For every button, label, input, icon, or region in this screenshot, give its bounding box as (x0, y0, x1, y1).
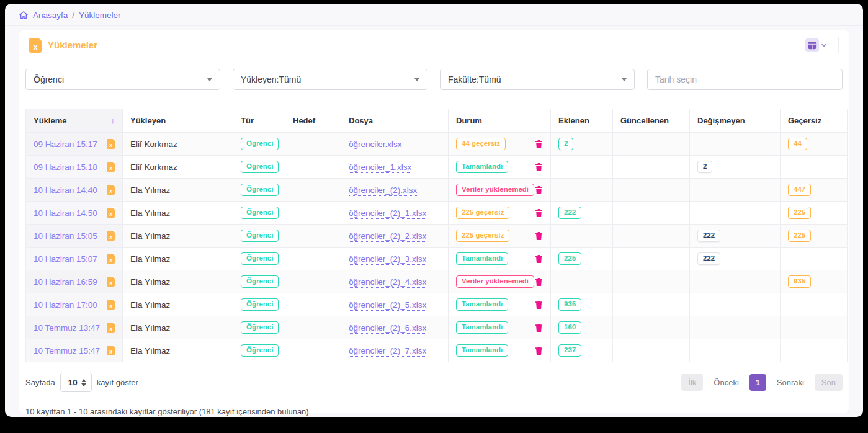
column-header-durum[interactable]: Durum (449, 109, 551, 133)
file-link[interactable]: öğrenciler_(2)_5.xlsx (349, 300, 426, 311)
file-link[interactable]: öğrenciler_(2)_3.xlsx (349, 254, 426, 265)
trash-icon[interactable] (535, 140, 543, 149)
pagination: İlk Önceki 1 Sonraki Son (681, 374, 843, 391)
excel-file-icon: x (107, 185, 115, 195)
uploads-card: x Yüklemeler (19, 30, 849, 413)
uploader-filter-value: Yükleyen:Tümü (241, 74, 301, 84)
excel-file-icon: x (107, 346, 115, 355)
uploader-filter-select[interactable]: Yükleyen:Tümü (233, 69, 427, 90)
type-badge: Öğrenci (241, 252, 279, 265)
table-row: 10 Haziran 15:07 x Ela Yılmaz Öğrenci öğ… (26, 248, 848, 270)
added-badge: 237 (558, 344, 581, 357)
table-body: 09 Haziran 15:17 x Elif Korkmaz Öğrenci … (26, 133, 848, 362)
divider (794, 37, 794, 53)
uploader-name: Ela Yılmaz (123, 270, 233, 293)
home-icon[interactable] (19, 10, 29, 20)
stepper-arrows-icon (81, 379, 86, 386)
records-info: 10 kayıttan 1 - 10 arasındaki kayıtlar g… (19, 392, 849, 416)
chevron-down-icon (821, 42, 827, 48)
file-link[interactable]: öğrenciler_(2)_6.xlsx (349, 323, 426, 334)
trash-icon[interactable] (535, 346, 543, 355)
faculty-filter-value: Fakülte:Tümü (448, 74, 501, 84)
pagination-page-1-button[interactable]: 1 (749, 374, 766, 391)
target-cell (285, 339, 341, 362)
column-header-yukleyen[interactable]: Yükleyen (123, 109, 233, 133)
target-cell (285, 202, 341, 225)
table-row: 09 Haziran 15:18 x Elif Korkmaz Öğrenci … (26, 156, 848, 179)
page-size-stepper[interactable]: 10 (60, 373, 92, 392)
status-badge: Tamamlandı (456, 252, 508, 265)
card-header: x Yüklemeler (19, 30, 849, 60)
type-filter-value: Öğrenci (34, 74, 64, 84)
file-link[interactable]: öğrenciler_(2)_4.xlsx (349, 277, 426, 288)
column-header-gecersiz[interactable]: Geçersiz (781, 109, 848, 133)
faculty-filter-select[interactable]: Fakülte:Tümü (440, 69, 635, 90)
invalid-badge: 935 (788, 275, 811, 288)
file-link[interactable]: öğrenciler_1.xlsx (349, 163, 411, 173)
upload-date: 10 Haziran 17:00 (34, 300, 97, 310)
excel-file-icon: x (107, 231, 115, 241)
target-cell (285, 179, 341, 202)
file-link[interactable]: öğrenciler_(2)_2.xlsx (349, 231, 426, 242)
page-title: Yüklemeler (48, 40, 97, 50)
column-header-guncellenen[interactable]: Güncellenen (613, 109, 690, 133)
column-header-eklenen[interactable]: Eklenen (551, 109, 613, 133)
column-header-tur[interactable]: Tür (233, 109, 285, 133)
uploader-name: Elif Korkmaz (123, 133, 233, 156)
target-cell (285, 293, 341, 316)
breadcrumb-current[interactable]: Yüklemeler (79, 11, 121, 20)
type-badge: Öğrenci (241, 207, 279, 219)
column-header-dosya[interactable]: Dosya (341, 109, 449, 133)
page-size-prefix: Sayfada (25, 378, 55, 387)
invalid-badge: 44 (788, 138, 807, 150)
status-badge: Veriler yüklenemedi (456, 184, 534, 196)
column-visibility-button[interactable] (803, 36, 830, 55)
column-header-hedef[interactable]: Hedef (285, 109, 341, 133)
trash-icon[interactable] (535, 208, 543, 218)
uploader-name: Ela Yılmaz (123, 293, 233, 316)
trash-icon[interactable] (535, 300, 543, 310)
trash-icon[interactable] (535, 185, 543, 195)
pagination-first-button[interactable]: İlk (681, 374, 703, 391)
pagination-last-button[interactable]: Son (815, 374, 843, 391)
column-header-degismeyen[interactable]: Değişmeyen (690, 109, 781, 133)
breadcrumb-home-link[interactable]: Anasayfa (33, 11, 68, 20)
uploader-name: Ela Yılmaz (123, 179, 233, 202)
pagination-next-button[interactable]: Sonraki (770, 374, 811, 391)
caret-down-icon (414, 78, 419, 81)
table-row: 10 Haziran 14:50 x Ela Yılmaz Öğrenci öğ… (26, 202, 848, 225)
status-badge: Tamamlandı (456, 344, 508, 357)
file-link[interactable]: öğrenciler_(2).xlsx (349, 185, 417, 196)
type-badge: Öğrenci (241, 298, 279, 311)
sort-desc-icon: ↓ (111, 116, 115, 125)
excel-file-icon: x (107, 162, 115, 172)
page-size-value: 10 (68, 378, 78, 387)
column-header-yukleme[interactable]: Yükleme ↓ (26, 109, 123, 133)
trash-icon[interactable] (535, 323, 543, 333)
table-footer: Sayfada 10 kayıt göster İlk Önceki 1 Son… (19, 362, 849, 392)
trash-icon[interactable] (535, 254, 543, 264)
file-link[interactable]: öğrenciler.xlsx (349, 140, 402, 150)
pagination-prev-button[interactable]: Önceki (707, 374, 745, 391)
added-badge: 222 (558, 207, 581, 219)
type-filter-select[interactable]: Öğrenci (25, 69, 220, 90)
excel-file-icon: x (107, 300, 115, 310)
excel-file-icon: x (107, 323, 115, 333)
file-link[interactable]: öğrenciler_(2)_7.xlsx (349, 346, 426, 357)
upload-date: 10 Haziran 16:59 (34, 277, 97, 287)
added-badge: 2 (558, 138, 573, 150)
target-cell (285, 248, 341, 270)
added-badge: 935 (558, 298, 581, 311)
added-badge: 160 (558, 321, 581, 334)
trash-icon[interactable] (535, 277, 543, 287)
target-cell (285, 156, 341, 179)
file-link[interactable]: öğrenciler_(2)_1.xlsx (349, 208, 426, 219)
trash-icon[interactable] (535, 163, 543, 172)
invalid-badge: 447 (788, 184, 811, 196)
trash-icon[interactable] (535, 231, 543, 241)
upload-date: 10 Haziran 14:40 (34, 185, 97, 195)
table-row: 10 Temmuz 13:47 x Ela Yılmaz Öğrenci öğr… (26, 316, 848, 339)
type-badge: Öğrenci (241, 230, 279, 242)
unchanged-badge: 2 (697, 161, 712, 173)
date-picker-input[interactable] (647, 69, 843, 90)
